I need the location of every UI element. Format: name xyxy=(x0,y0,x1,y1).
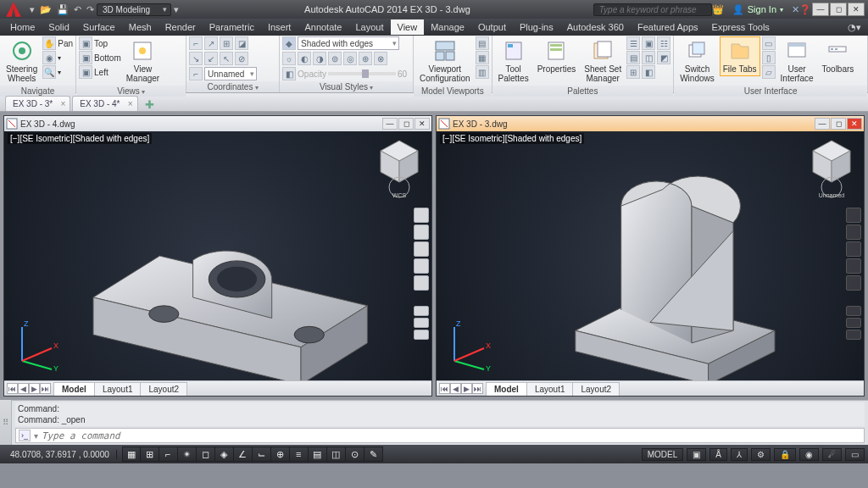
view-manager-button[interactable]: View Manager xyxy=(123,36,163,86)
dyn-toggle[interactable]: ⊕ xyxy=(271,446,290,462)
named-viewport-icon[interactable]: ▤ xyxy=(476,36,489,50)
viewcube[interactable]: WCS xyxy=(374,136,425,200)
clean-screen-icon[interactable]: ▭ xyxy=(845,448,865,461)
sheetset-button[interactable]: Sheet Set Manager xyxy=(581,36,625,86)
osnap-toggle[interactable]: ◻ xyxy=(197,446,215,462)
otrack-toggle[interactable]: ∠ xyxy=(234,446,253,462)
navigation-bar[interactable] xyxy=(413,208,430,340)
tpy-toggle[interactable]: ▤ xyxy=(309,446,327,462)
user-interface-button[interactable]: User Interface xyxy=(777,36,817,86)
qp-toggle[interactable]: ◫ xyxy=(327,446,346,462)
ducs-toggle[interactable]: ⌙ xyxy=(253,446,271,462)
modelspace-button[interactable]: MODEL xyxy=(642,448,684,461)
view-left[interactable]: ▣Left xyxy=(79,65,121,79)
sc-toggle[interactable]: ⊙ xyxy=(346,446,364,462)
search-icon[interactable]: 👑 xyxy=(712,4,724,15)
win-close[interactable]: ✕ xyxy=(415,118,430,130)
viewport[interactable]: [−][SE Isometric][Shaded with edges] Unn… xyxy=(437,131,864,380)
win-max[interactable]: ◻ xyxy=(831,118,846,130)
win-min[interactable]: — xyxy=(815,118,830,130)
doc-tab[interactable]: EX 3D - 4* xyxy=(72,96,137,111)
switch-windows-button[interactable]: Switch Windows xyxy=(676,36,718,86)
ucs-combo[interactable]: Unnamed xyxy=(204,67,257,80)
tab-annotate[interactable]: Annotate xyxy=(298,19,348,35)
tab-mesh[interactable]: Mesh xyxy=(122,19,159,35)
command-input[interactable] xyxy=(42,430,861,441)
maximize-button[interactable]: ◻ xyxy=(830,3,847,16)
tab-layout2[interactable]: Layout2 xyxy=(572,382,620,396)
help-search-input[interactable] xyxy=(593,3,712,16)
ann-scale-icon[interactable]: Å xyxy=(709,448,727,461)
doc-tab[interactable]: EX 3D - 3* xyxy=(5,96,70,111)
polar-toggle[interactable]: ✴ xyxy=(178,446,197,462)
win-min[interactable]: — xyxy=(382,118,398,130)
navigation-bar[interactable] xyxy=(845,208,862,340)
tab-layout1[interactable]: Layout1 xyxy=(526,382,574,396)
grid-toggle[interactable]: ⊞ xyxy=(141,446,159,462)
cascade-icon[interactable]: ▱ xyxy=(762,65,776,79)
ann-vis-icon[interactable]: ⅄ xyxy=(731,448,748,461)
tab-view[interactable]: View xyxy=(391,19,425,35)
join-viewport-icon[interactable]: ▦ xyxy=(476,51,489,64)
ortho-toggle[interactable]: ⌐ xyxy=(159,446,178,462)
tab-home[interactable]: Home xyxy=(3,19,42,35)
view-bottom[interactable]: ▣Bottom xyxy=(79,51,121,64)
viewport[interactable]: [−][SE Isometric][Shaded with edges] xyxy=(4,131,431,380)
tab-featured-apps[interactable]: Featured Apps xyxy=(631,19,705,35)
visual-style-combo[interactable]: Shaded with edges xyxy=(298,36,399,50)
orbit-icon[interactable]: ◉ xyxy=(42,51,56,64)
workspace-selector[interactable]: 3D Modeling xyxy=(97,3,171,16)
tab-solid[interactable]: Solid xyxy=(42,19,75,35)
tab-plugins[interactable]: Plug-ins xyxy=(513,19,560,35)
app-logo-icon[interactable] xyxy=(3,0,24,19)
command-input-row[interactable]: ›_ ▾ xyxy=(15,428,865,443)
view-top[interactable]: ▣Top xyxy=(79,36,121,50)
am-toggle[interactable]: ✎ xyxy=(364,446,383,462)
zoom-icon[interactable]: 🔍 xyxy=(42,65,56,79)
tab-express-tools[interactable]: Express Tools xyxy=(705,19,776,35)
minimize-button[interactable]: — xyxy=(812,3,829,16)
pan-button[interactable]: ✋Pan xyxy=(42,36,73,50)
toolbars-button[interactable]: Toolbars xyxy=(819,36,858,76)
tab-insert[interactable]: Insert xyxy=(261,19,298,35)
steering-wheels-button[interactable]: Steering Wheels xyxy=(3,36,41,86)
coordinate-readout[interactable]: 48.0708, 37.6917 , 0.0000 xyxy=(3,450,117,459)
tab-layout[interactable]: Layout xyxy=(348,19,390,35)
win-max[interactable]: ◻ xyxy=(398,118,414,130)
close-button[interactable]: ✕ xyxy=(848,3,865,16)
win-close[interactable]: ✕ xyxy=(847,118,862,130)
workspace-switch-icon[interactable]: ⚙ xyxy=(751,448,771,461)
viewcube[interactable]: Unnamed xyxy=(806,136,857,200)
lock-ui-icon[interactable]: 🔒 xyxy=(774,448,796,461)
tab-parametric[interactable]: Parametric xyxy=(203,19,261,35)
quick-access-toolbar[interactable]: ▾📂💾↶↷ xyxy=(27,4,97,15)
tool-palettes-button[interactable]: Tool Palettes xyxy=(495,36,532,86)
tab-manage[interactable]: Manage xyxy=(424,19,471,35)
lwt-toggle[interactable]: ≡ xyxy=(290,446,309,462)
exchange-icon[interactable]: ✕ xyxy=(792,4,799,15)
tile-h-icon[interactable]: ▭ xyxy=(762,36,776,50)
tab-layout2[interactable]: Layout2 xyxy=(140,382,187,396)
opacity-slider[interactable] xyxy=(328,72,396,75)
tab-model[interactable]: Model xyxy=(486,382,527,396)
help-icon[interactable]: ❓ xyxy=(799,4,811,15)
window-titlebar[interactable]: EX 3D - 3.dwg —◻✕ xyxy=(437,116,864,131)
tab-surface[interactable]: Surface xyxy=(76,19,122,35)
tab-autodesk360[interactable]: Autodesk 360 xyxy=(560,19,631,35)
hardware-accel-icon[interactable]: ◉ xyxy=(799,448,819,461)
layout-quick-icon[interactable]: ▣ xyxy=(687,448,706,461)
restore-viewport-icon[interactable]: ▥ xyxy=(476,65,489,79)
tab-layout1[interactable]: Layout1 xyxy=(94,382,142,396)
ucs-icon[interactable]: ⌐ xyxy=(189,36,203,50)
file-tabs-button[interactable]: File Tabs xyxy=(720,36,760,76)
viewport-config-button[interactable]: Viewport Configuration xyxy=(416,36,473,86)
tab-output[interactable]: Output xyxy=(471,19,513,35)
window-titlebar[interactable]: EX 3D - 4.dwg —◻✕ xyxy=(4,116,431,131)
new-tab-button[interactable]: ✚ xyxy=(143,97,157,111)
properties-button[interactable]: Properties xyxy=(534,36,580,76)
signin-button[interactable]: 👤 Sign In ▾ xyxy=(732,4,783,15)
tab-model[interactable]: Model xyxy=(53,382,95,396)
ribbon-collapse-icon[interactable]: ◔▾ xyxy=(841,19,868,36)
cmd-grip-icon[interactable]: ⠿ xyxy=(0,400,12,445)
qat-extra[interactable]: ▾ xyxy=(171,4,181,15)
